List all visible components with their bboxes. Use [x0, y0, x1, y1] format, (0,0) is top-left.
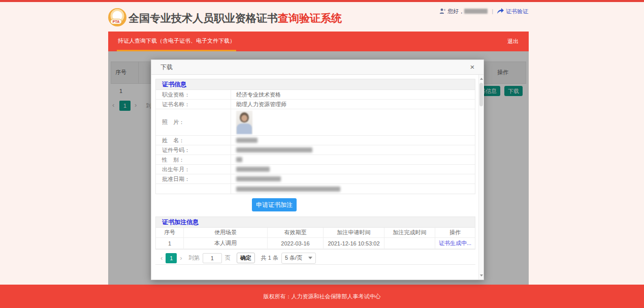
cell-apply-time: 2021-12-16 10:53:02 — [324, 238, 384, 249]
col-complete-time: 加注完成时间 — [384, 228, 435, 237]
main-nav: 持证人查询下载（含电子证书、电子文件下载） 退出 — [108, 32, 529, 51]
field-value-redacted — [231, 184, 475, 194]
dialog-scrollbar[interactable] — [478, 75, 484, 280]
page-title: 全国专业技术人员职业资格证书查询验证系统 — [128, 11, 342, 25]
field-row-name: 姓 名： — [156, 136, 475, 145]
dialog-title: 下载 — [160, 60, 173, 75]
chevron-down-icon — [308, 257, 312, 259]
field-value — [231, 109, 475, 135]
annotation-table: 序号 使用场景 有效期至 加注申请时间 加注完成时间 操作 1 本人调用 202… — [155, 228, 475, 250]
field-row-gender: 性 别： — [156, 155, 475, 165]
field-row-approve-date: 批准日期： — [156, 174, 475, 184]
col-apply-time: 加注申请时间 — [324, 228, 384, 237]
greeting-name-redacted — [464, 9, 488, 14]
footer: 版权所有：人力资源和社会保障部人事考试中心 — [0, 285, 644, 308]
field-label: 证件号码： — [156, 145, 231, 155]
scrollbar-thumb[interactable] — [479, 83, 483, 106]
id-photo — [236, 111, 252, 134]
field-label: 照 片： — [156, 109, 231, 135]
cell-action: 证书生成中... — [435, 238, 475, 249]
goto-label: 到第 — [188, 254, 200, 262]
user-icon — [439, 8, 445, 14]
col-action: 操作 — [435, 228, 475, 237]
app-screen: PTA 全国专业技术人员职业资格证书查询验证系统 您好， | 证书验证 持证人查… — [0, 0, 644, 308]
field-label: 出生年月： — [156, 165, 231, 174]
scroll-down-icon[interactable] — [479, 273, 484, 278]
logout-button[interactable]: 退出 — [507, 32, 519, 51]
top-red-strip — [0, 0, 644, 2]
field-value-redacted — [231, 136, 475, 145]
apply-annotation-button[interactable]: 申请证书加注 — [252, 198, 297, 211]
annotation-table-row: 1 本人调用 2022-03-16 2021-12-16 10:53:02 证书… — [156, 238, 475, 249]
field-row-cert-name: 证书名称： 助理人力资源管理师 — [156, 100, 475, 109]
goto-page-input[interactable] — [203, 253, 222, 263]
annotation-section-title: 证书加注信息 — [155, 217, 475, 228]
cert-info-table: 职业资格： 经济专业技术资格 证书名称： 助理人力资源管理师 照 片： — [155, 90, 475, 194]
col-scene: 使用场景 — [184, 228, 268, 237]
field-label: 职业资格： — [156, 90, 231, 99]
download-dialog: 下载 × 证书信息 职业资格： 经济专业技术资格 证书名称： 助理人力资源管理师… — [151, 59, 484, 280]
cert-verify-label: 证书验证 — [506, 8, 528, 15]
page-1-button[interactable]: 1 — [166, 253, 177, 263]
close-icon[interactable]: × — [467, 62, 477, 72]
modal-pagination: ‹ 1 › 到第 页 确定 共 1 条 5 条/页 — [155, 252, 475, 265]
dialog-titlebar: 下载 × — [151, 60, 484, 75]
prev-page-icon[interactable]: ‹ — [157, 254, 166, 262]
tab-holder-query-download[interactable]: 持证人查询下载（含电子证书、电子文件下载） — [117, 32, 236, 51]
field-row-occupation: 职业资格： 经济专业技术资格 — [156, 90, 475, 100]
confirm-button[interactable]: 确定 — [237, 253, 255, 263]
user-greeting: 您好， | 证书验证 — [439, 7, 528, 16]
field-value-redacted — [231, 145, 475, 155]
cell-complete-time — [384, 238, 435, 249]
field-value-redacted — [231, 174, 475, 183]
field-label: 性 别： — [156, 155, 231, 164]
col-valid-until: 有效期至 — [268, 228, 324, 237]
greeting-text: 您好， — [447, 8, 464, 15]
field-label: 批准日期： — [156, 174, 231, 183]
pta-logo-text: PTA — [110, 19, 122, 24]
field-row-id-number: 证件号码： — [156, 145, 475, 155]
field-label: 证书名称： — [156, 100, 231, 109]
scroll-up-icon[interactable] — [479, 76, 484, 81]
page-title-main: 全国专业技术人员职业资格证书 — [128, 12, 278, 24]
photo-shirt — [237, 124, 252, 134]
copyright-text: 版权所有：人力资源和社会保障部人事考试中心 — [264, 293, 381, 300]
page-unit-label: 页 — [225, 254, 231, 262]
photo-face — [241, 115, 247, 121]
greeting-separator: | — [492, 8, 493, 14]
dialog-body: 证书信息 职业资格： 经济专业技术资格 证书名称： 助理人力资源管理师 照 片： — [151, 75, 478, 280]
field-row-photo: 照 片： — [156, 109, 475, 136]
col-seq: 序号 — [156, 228, 184, 237]
total-count-label: 共 1 条 — [261, 254, 278, 262]
cell-scene: 本人调用 — [184, 238, 268, 249]
cell-seq: 1 — [156, 238, 184, 249]
per-page-value: 5 条/页 — [285, 254, 302, 262]
field-label — [156, 184, 231, 194]
annotation-table-header: 序号 使用场景 有效期至 加注申请时间 加注完成时间 操作 — [156, 228, 475, 238]
pta-logo-icon: PTA — [108, 8, 126, 26]
field-value-redacted — [231, 155, 475, 164]
next-page-icon[interactable]: › — [177, 254, 185, 262]
cert-generating-link[interactable]: 证书生成中... — [439, 239, 471, 247]
cert-verify-link[interactable]: 证书验证 — [497, 8, 528, 15]
field-value-redacted — [231, 165, 475, 174]
field-label: 姓 名： — [156, 136, 231, 145]
field-value: 助理人力资源管理师 — [231, 100, 475, 109]
cell-valid-until: 2022-03-16 — [268, 238, 324, 249]
field-row-birth: 出生年月： — [156, 165, 475, 174]
page-title-accent: 查询验证系统 — [278, 12, 342, 24]
cert-info-section-title: 证书信息 — [155, 79, 475, 90]
share-arrow-icon — [497, 8, 504, 14]
field-row-extra — [156, 184, 475, 194]
field-value: 经济专业技术资格 — [231, 90, 475, 99]
per-page-select[interactable]: 5 条/页 — [281, 253, 316, 264]
